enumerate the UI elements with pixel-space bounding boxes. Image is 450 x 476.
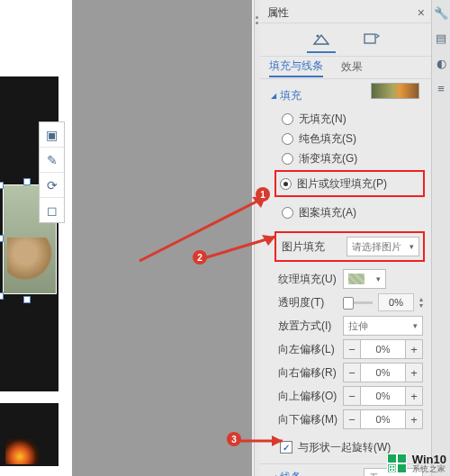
selection-handle[interactable]	[23, 296, 31, 303]
opacity-value: 0%	[378, 293, 414, 311]
tile-mode-row: 放置方式(I) 拉伸 ▾	[278, 314, 423, 337]
selection-handle[interactable]	[0, 235, 4, 242]
fill-mode-icon[interactable]	[312, 31, 330, 48]
radio-icon	[280, 178, 292, 190]
right-toolbar: 🔧 ▤ ◐ ≡	[431, 0, 450, 476]
minus-icon[interactable]: −	[343, 409, 361, 429]
select-value: 拉伸	[348, 319, 368, 333]
offset-left-input[interactable]: −0%+	[343, 339, 423, 359]
selection-handle[interactable]	[23, 178, 31, 185]
minus-icon[interactable]: −	[343, 339, 361, 359]
radio-label: 图案填充(A)	[299, 205, 356, 220]
tool-crop-icon[interactable]: ◻	[40, 198, 64, 222]
tab-fill-line[interactable]: 填充与线条	[269, 58, 323, 77]
fire-photo	[5, 439, 41, 464]
tab-effects[interactable]: 效果	[341, 59, 363, 76]
svg-point-0	[316, 35, 319, 38]
tile-mode-label: 放置方式(I)	[278, 319, 343, 334]
fill-preview-swatch[interactable]	[371, 83, 419, 99]
picture-fill-select[interactable]: 请选择图片 ▾	[346, 237, 419, 256]
offset-left-row: 向左偏移(L) −0%+	[278, 337, 423, 361]
step-badge-2: 2	[193, 250, 207, 265]
offset-bottom-label: 向下偏移(M)	[278, 412, 343, 427]
chevron-down-icon: ▾	[376, 274, 381, 283]
checkbox-icon[interactable]	[280, 441, 292, 454]
radio-pattern-fill[interactable]: 图案填充(A)	[282, 202, 423, 222]
plus-icon[interactable]: +	[405, 409, 423, 429]
palette-icon[interactable]: ▤	[434, 31, 448, 45]
tile-mode-select[interactable]: 拉伸 ▾	[343, 316, 423, 336]
opacity-label: 透明度(T)	[278, 295, 343, 310]
offset-bottom-input[interactable]: −0%+	[343, 409, 423, 429]
radio-icon	[282, 153, 293, 165]
radio-label: 图片或纹理填充(P)	[297, 176, 387, 192]
radio-label: 渐变填充(G)	[299, 151, 357, 166]
panel-tabs: 填充与线条 效果	[260, 57, 432, 79]
radio-icon	[282, 113, 293, 125]
offset-top-input[interactable]: −0%+	[343, 386, 423, 406]
step-badge-1: 1	[256, 187, 270, 202]
offset-right-input[interactable]: −0%+	[343, 363, 423, 382]
watermark-logo-icon: ⊞	[387, 454, 407, 473]
picture-fill-label: 图片填充	[282, 239, 346, 255]
selection-handle[interactable]	[0, 182, 4, 189]
offset-top-label: 向上偏移(O)	[278, 389, 343, 404]
tool-rotate-icon[interactable]: ⟳	[40, 173, 64, 198]
radio-label: 无填充(N)	[299, 112, 346, 127]
num-value: 0%	[361, 386, 405, 406]
opacity-slider[interactable]: 0% ▴▾	[343, 293, 423, 311]
effects-mode-icon[interactable]	[363, 31, 381, 48]
selection-handle[interactable]	[0, 292, 4, 300]
radio-icon	[282, 133, 293, 145]
num-value: 0%	[361, 409, 405, 429]
radio-icon	[282, 207, 293, 219]
select-placeholder: 请选择图片	[352, 240, 401, 254]
radio-solid-fill[interactable]: 纯色填充(S)	[282, 129, 423, 148]
opacity-row: 透明度(T) 0% ▴▾	[278, 291, 423, 314]
num-value: 0%	[361, 339, 405, 359]
minus-icon[interactable]: −	[343, 363, 361, 382]
plus-icon[interactable]: +	[405, 386, 423, 406]
offset-left-label: 向左偏移(L)	[278, 342, 343, 357]
chevron-down-icon: ▾	[413, 321, 418, 330]
opacity-stepper[interactable]: ▴▾	[419, 296, 423, 309]
slide-shape-dark-2	[0, 403, 58, 466]
tool-edit-icon[interactable]: ✎	[40, 148, 64, 173]
texture-select[interactable]: ▾	[343, 269, 386, 289]
chevron-down-icon: ▾	[410, 242, 414, 251]
canvas-area[interactable]: ▣ ✎ ⟳ ◻	[0, 0, 252, 476]
slider-thumb[interactable]	[343, 297, 354, 310]
texture-fill-label: 纹理填充(U)	[278, 272, 343, 287]
panel-body: 填充 无填充(N) 纯色填充(S) 渐变填充(G) 图片或纹理填充(P) 图案填…	[260, 79, 432, 476]
minus-icon[interactable]: −	[343, 386, 361, 406]
wrench-icon[interactable]: 🔧	[434, 5, 448, 20]
layers-icon[interactable]: ≡	[434, 81, 448, 95]
texture-swatch-icon	[348, 274, 364, 284]
offset-right-row: 向右偏移(R) −0%+	[278, 361, 423, 384]
panel-close-icon[interactable]: ×	[418, 5, 425, 20]
floating-toolbox: ▣ ✎ ⟳ ◻	[39, 121, 65, 223]
num-value: 0%	[361, 363, 405, 382]
panel-mode-icons	[260, 23, 432, 57]
svg-rect-1	[364, 34, 375, 43]
picture-fill-row: 图片填充 请选择图片 ▾	[282, 235, 419, 258]
radio-label: 纯色填充(S)	[299, 131, 356, 147]
plus-icon[interactable]: +	[405, 363, 423, 382]
slider-track[interactable]	[343, 301, 373, 304]
select-value: 无	[369, 472, 379, 477]
texture-fill-row: 纹理填充(U) ▾	[278, 267, 423, 291]
panel-title: 属性	[267, 5, 289, 21]
step-badge-3: 3	[227, 432, 241, 446]
panel-header: 属性 ×	[260, 0, 432, 23]
checkbox-label: 与形状一起旋转(W)	[298, 440, 391, 455]
plus-icon[interactable]: +	[405, 339, 423, 359]
offset-top-row: 向上偏移(O) −0%+	[278, 384, 423, 408]
tool-image-icon[interactable]: ▣	[40, 122, 64, 148]
radio-picture-fill[interactable]: 图片或纹理填充(P)	[280, 174, 419, 193]
animation-icon[interactable]: ◐	[434, 56, 448, 70]
radio-no-fill[interactable]: 无填充(N)	[282, 109, 423, 129]
radio-gradient-fill[interactable]: 渐变填充(G)	[282, 148, 423, 168]
watermark-sub: 系统之家	[412, 465, 446, 473]
properties-panel: 属性 × 填充与线条 效果 填充 无填充(N) 纯色填充(S) 渐变填充(G)	[260, 0, 432, 476]
offset-right-label: 向右偏移(R)	[278, 365, 343, 381]
